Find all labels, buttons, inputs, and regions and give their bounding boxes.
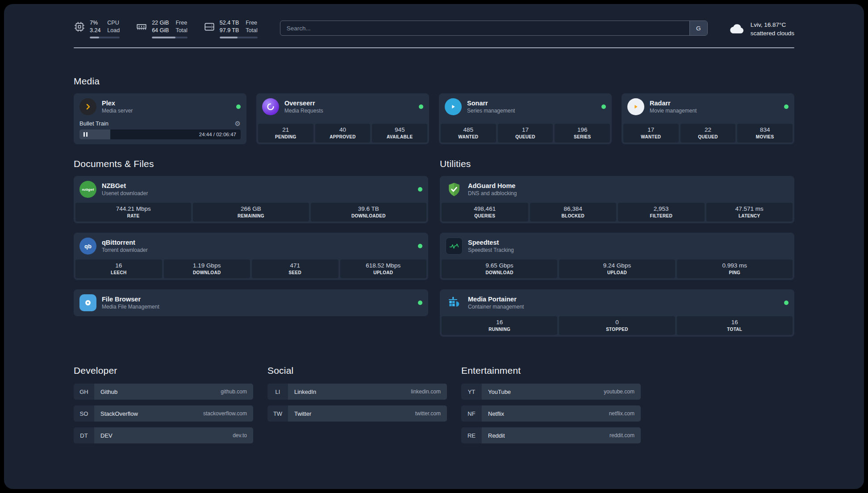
bookmark-youtube[interactable]: YT YouTube youtube.com: [461, 384, 641, 400]
bookmark-abbr: NF: [461, 405, 482, 422]
memory-total-value: 64 GiB: [152, 27, 169, 34]
portainer-crane-icon: [446, 294, 463, 311]
service-description: Movie management: [650, 108, 697, 114]
service-card-nzbget[interactable]: nzbget NZBGet Usenet downloader 744.21 M…: [74, 176, 428, 223]
service-card-adguard[interactable]: AdGuard Home DNS and adblocking 498,461 …: [440, 176, 794, 223]
filebrowser-icon: [79, 294, 96, 311]
playback-progress-bar[interactable]: 24:44 / 02:06:47: [79, 130, 241, 139]
top-bar: 7% 3.24 CPU Load: [74, 19, 794, 39]
cpu-usage-label: CPU: [107, 19, 120, 27]
service-description: Container management: [468, 304, 524, 310]
bookmark-abbr: LI: [267, 384, 288, 400]
status-dot: [236, 104, 241, 109]
bookmark-linkedin[interactable]: LI LinkedIn linkedin.com: [267, 384, 447, 400]
status-dot: [418, 301, 422, 305]
bookmark-netflix[interactable]: NF Netflix netflix.com: [461, 405, 641, 422]
qbittorrent-icon: qb: [79, 238, 96, 255]
service-name: qBittorrent: [102, 239, 148, 246]
bookmark-group-social: Social LI LinkedIn linkedin.com TW Twitt…: [267, 365, 447, 449]
service-card-sonarr[interactable]: Sonarr Series management 485 WANTED 17 Q…: [439, 93, 612, 144]
service-name: Plex: [102, 100, 133, 107]
bookmark-github[interactable]: GH Github github.com: [74, 384, 253, 400]
bookmark-url: linkedin.com: [411, 389, 441, 395]
search-input[interactable]: [280, 25, 689, 32]
stat-queries: 498,461 QUERIES: [442, 203, 528, 221]
bookmark-url: youtube.com: [604, 389, 634, 395]
service-card-speedtest[interactable]: Speedtest Speedtest Tracking 9.65 Gbps D…: [440, 233, 794, 280]
bookmark-name: LinkedIn: [294, 389, 316, 395]
bookmark-twitter[interactable]: TW Twitter twitter.com: [267, 405, 447, 422]
service-name: Speedtest: [468, 239, 514, 246]
status-dot: [419, 104, 423, 109]
utilities-section: Utilities AdGuard Home DNS and adblockin…: [440, 159, 794, 337]
service-card-plex[interactable]: Plex Media server Bullet Train ⚙ 24:44 /…: [74, 93, 246, 144]
stat-seed: 471 SEED: [252, 259, 338, 278]
pause-icon[interactable]: [83, 132, 88, 137]
stat-latency: 47.571 ms LATENCY: [706, 203, 793, 221]
section-title-documents: Documents & Files: [74, 159, 428, 169]
nzbget-icon: nzbget: [79, 181, 96, 198]
service-name: Sonarr: [467, 100, 515, 107]
bookmark-name: StackOverflow: [100, 410, 138, 417]
weather-location: Lviv, 16.87°C: [751, 21, 794, 29]
service-name: NZBGet: [102, 182, 148, 189]
service-name: AdGuard Home: [468, 182, 517, 189]
bookmark-name: YouTube: [488, 389, 511, 395]
stat-available: 945 AVAILABLE: [372, 124, 427, 142]
stat-ping: 0.993 ms PING: [677, 259, 793, 278]
weather-widget[interactable]: Lviv, 16.87°C scattered clouds: [728, 20, 794, 39]
cpu-usage-value: 7%: [90, 19, 100, 27]
bookmark-dev[interactable]: DT DEV dev.to: [74, 427, 253, 443]
service-stats: 498,461 QUERIES 86,384 BLOCKED 2,953 FIL…: [440, 203, 794, 223]
bookmark-stackoverflow[interactable]: SO StackOverflow stackoverflow.com: [74, 405, 253, 422]
sonarr-icon: [445, 98, 462, 115]
plex-icon: [79, 98, 96, 115]
media-section: Plex Media server Bullet Train ⚙ 24:44 /…: [74, 93, 794, 144]
search-bar: G: [280, 21, 708, 36]
bookmark-name: Netflix: [488, 410, 504, 417]
resource-widget-disk: 52.4 TB 97.9 TB Free Total: [204, 19, 258, 38]
stat-pending: 21 PENDING: [258, 124, 313, 142]
cpu-icon: [74, 21, 85, 34]
plex-now-playing: Bullet Train ⚙ 24:44 / 02:06:47: [74, 120, 246, 144]
header-divider: [74, 47, 794, 48]
bookmark-abbr: DT: [74, 427, 94, 443]
speedtest-graph-icon: [446, 238, 463, 255]
service-stats: 16 LEECH 1.19 Gbps DOWNLOAD 471 SEED: [74, 259, 428, 280]
disk-icon: [204, 21, 215, 34]
bookmarks-area: Developer GH Github github.com SO StackO…: [74, 365, 794, 468]
memory-progress-bar: [152, 37, 188, 38]
stat-series: 196 SERIES: [555, 124, 610, 142]
cloud-icon: [728, 20, 746, 39]
service-name: Radarr: [650, 100, 697, 107]
stat-downloaded: 39.6 TB DOWNLOADED: [311, 203, 426, 221]
service-card-filebrowser[interactable]: File Browser Media File Management: [74, 289, 428, 316]
service-description: Usenet downloader: [102, 190, 148, 196]
stat-approved: 40 APPROVED: [315, 124, 371, 142]
service-card-qbittorrent[interactable]: qb qBittorrent Torrent downloader 16 LEE…: [74, 233, 428, 280]
bookmark-url: dev.to: [233, 432, 247, 439]
service-card-overseerr[interactable]: Overseerr Media Requests 21 PENDING 40 A…: [256, 93, 429, 144]
service-description: Torrent downloader: [102, 247, 148, 253]
memory-icon: [136, 21, 147, 34]
stat-filtered: 2,953 FILTERED: [618, 203, 705, 221]
cpu-load-value: 3.24: [90, 27, 100, 34]
search-provider-button[interactable]: G: [689, 21, 707, 35]
service-description: Media server: [102, 108, 133, 114]
service-card-portainer[interactable]: Media Portainer Container management 16 …: [440, 289, 794, 337]
stat-leech: 16 LEECH: [75, 259, 162, 278]
service-stats: 16 RUNNING 0 STOPPED 16 TOTAL: [440, 316, 794, 337]
stat-wanted: 17 WANTED: [623, 124, 679, 142]
overseerr-icon: [262, 98, 279, 115]
status-dot: [601, 104, 606, 109]
bookmark-abbr: SO: [74, 405, 94, 422]
service-stats: 744.21 Mbps RATE 266 GB REMAINING 39.6 T…: [74, 203, 428, 223]
stat-remaining: 266 GB REMAINING: [193, 203, 309, 221]
stat-download: 1.19 Gbps DOWNLOAD: [164, 259, 250, 278]
service-description: DNS and adblocking: [468, 190, 517, 196]
bookmark-reddit[interactable]: RE Reddit reddit.com: [461, 427, 641, 443]
memory-free-value: 22 GiB: [152, 19, 169, 27]
stat-movies: 834 MOVIES: [737, 124, 793, 142]
service-card-radarr[interactable]: Radarr Movie management 17 WANTED 22 QUE…: [622, 93, 794, 144]
gear-icon[interactable]: ⚙: [235, 120, 241, 127]
